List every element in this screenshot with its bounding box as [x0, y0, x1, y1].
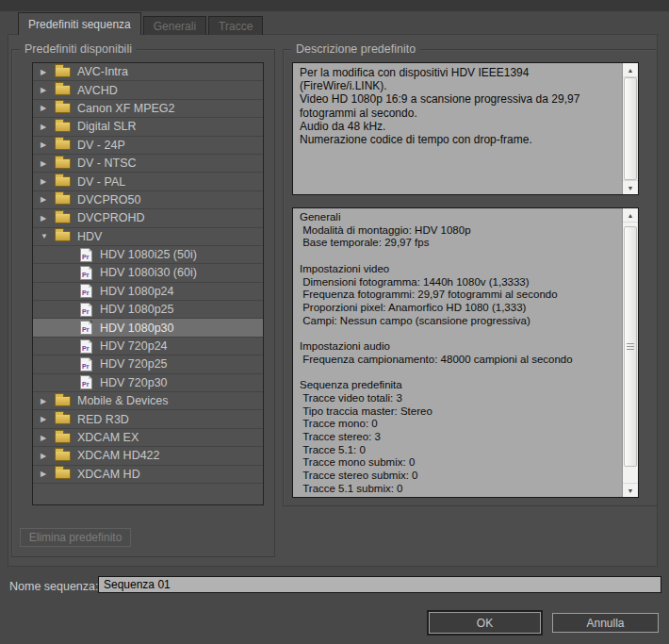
tab-tracce[interactable]: Tracce	[208, 16, 263, 35]
ok-button[interactable]: OK	[429, 612, 541, 634]
folder-icon	[55, 433, 71, 443]
tree-row[interactable]: PrHDV 720p30	[33, 374, 263, 392]
chevron-right-icon[interactable]: ▶	[41, 195, 55, 204]
scrollbar-down-icon[interactable]: ▼	[623, 483, 638, 497]
chevron-right-icon[interactable]: ▶	[41, 434, 55, 442]
tree-item-label: DV - PAL	[77, 175, 125, 189]
dialog-top-strip	[0, 0, 669, 11]
tree-row[interactable]: PrHDV 1080i25 (50i)	[33, 246, 263, 264]
tree-item-label: RED R3D	[77, 413, 129, 426]
tree-row[interactable]: ▶RED R3D	[33, 410, 263, 428]
tree-row[interactable]: ▶AVC-Intra	[33, 63, 263, 81]
tree-row[interactable]: PrHDV 1080p24	[33, 283, 263, 301]
scrollbar-up-icon[interactable]: ▲	[623, 208, 638, 223]
chevron-right-icon[interactable]: ▶	[41, 68, 55, 76]
tab-generali[interactable]: Generali	[143, 16, 206, 35]
chevron-right-icon[interactable]: ▶	[41, 452, 55, 460]
folder-icon	[55, 213, 71, 223]
tree-row[interactable]: ▶DV - 24P	[33, 137, 263, 155]
scrollbar-grip-icon	[627, 343, 634, 351]
scrollbar-thumb[interactable]	[624, 77, 637, 180]
tree-row[interactable]: ▶XDCAM HD422	[33, 447, 263, 465]
tree-row[interactable]: PrHDV 1080p30	[33, 319, 263, 337]
tab-bar: Predefiniti sequenza Generali Tracce	[18, 12, 263, 35]
pr-file-icon: Pr	[80, 284, 92, 298]
details-textbox: Generali Modalità di montaggio: HDV 1080…	[292, 207, 639, 498]
folder-icon	[55, 158, 71, 169]
chevron-down-icon[interactable]: ▼	[41, 232, 55, 240]
tree-item-label: HDV	[77, 230, 102, 243]
tree-row[interactable]: ▶DV - NTSC	[33, 155, 263, 173]
description-scrollbar[interactable]: ▲ ▼	[622, 63, 638, 194]
tree-row[interactable]: PrHDV 720p24	[33, 338, 263, 355]
tree-row[interactable]: PrHDV 720p25	[33, 355, 263, 373]
folder-icon	[55, 469, 71, 479]
chevron-right-icon[interactable]: ▶	[41, 415, 55, 423]
chevron-right-icon[interactable]: ▶	[41, 123, 55, 131]
folder-icon	[55, 194, 71, 205]
folder-icon	[55, 396, 71, 406]
tree-row[interactable]: ▶XDCAM EX	[33, 429, 263, 447]
tree-row[interactable]: ▶DVCPRO50	[33, 191, 263, 209]
tree-item-label: HDV 1080i25 (50i)	[100, 248, 197, 261]
cancel-button[interactable]: Annulla	[552, 613, 659, 633]
sequence-name-label: Nome sequenza:	[9, 580, 99, 593]
delete-preset-button[interactable]: Elimina predefinito	[20, 528, 131, 547]
tree-item-label: HDV 720p25	[100, 357, 168, 371]
tree-row[interactable]: ▶Mobile & Devices	[33, 392, 263, 410]
tree-item-label: XDCAM EX	[77, 431, 139, 444]
tree-item-label: HDV 1080p24	[100, 285, 174, 298]
tree-item-label: DVCPROHD	[77, 211, 145, 224]
pr-file-icon: Pr	[80, 321, 92, 335]
tree-item-label: HDV 1080p30	[100, 322, 174, 335]
folder-icon	[55, 451, 71, 461]
preset-tree[interactable]: ▶AVC-Intra▶AVCHD▶Canon XF MPEG2▶Digital …	[32, 62, 264, 505]
new-sequence-dialog: Predefiniti sequenza Generali Tracce Pre…	[0, 0, 669, 644]
tree-row[interactable]: ▶XDCAM HD	[33, 466, 263, 484]
tree-row[interactable]: ▼HDV	[33, 228, 263, 246]
chevron-right-icon[interactable]: ▶	[41, 177, 55, 186]
tree-item-label: HDV 1080p25	[100, 303, 174, 316]
tree-item-label: Mobile & Devices	[77, 394, 169, 407]
chevron-right-icon[interactable]: ▶	[41, 159, 55, 168]
sequence-name-input[interactable]	[98, 576, 661, 593]
tree-item-label: DV - 24P	[77, 139, 125, 152]
tree-row[interactable]: ▶AVCHD	[33, 81, 263, 99]
folder-icon	[55, 85, 71, 95]
chevron-right-icon[interactable]: ▶	[41, 140, 55, 149]
folder-icon	[55, 103, 71, 113]
scrollbar-down-icon[interactable]: ▼	[623, 180, 638, 194]
tree-item-label: XDCAM HD	[77, 468, 140, 481]
tree-item-label: XDCAM HD422	[77, 449, 160, 462]
tree-item-label: DV - NTSC	[77, 157, 137, 170]
tree-item-label: HDV 720p30	[100, 376, 168, 389]
chevron-right-icon[interactable]: ▶	[41, 214, 55, 223]
pr-file-icon: Pr	[80, 303, 92, 317]
tree-row[interactable]: ▶DV - PAL	[33, 173, 263, 190]
tree-row[interactable]: ▶Canon XF MPEG2	[33, 100, 263, 118]
tree-item-label: Canon XF MPEG2	[77, 102, 175, 115]
scrollbar-thumb[interactable]	[624, 226, 637, 467]
tree-item-label: Digital SLR	[77, 120, 137, 133]
details-text: Generali Modalità di montaggio: HDV 1080…	[293, 208, 622, 497]
folder-icon	[55, 414, 71, 424]
preset-description-title: Descrizione predefinito	[291, 42, 420, 56]
tree-row[interactable]: PrHDV 1080p25	[33, 301, 263, 319]
chevron-right-icon[interactable]: ▶	[41, 397, 55, 405]
chevron-right-icon[interactable]: ▶	[41, 470, 55, 478]
pr-file-icon: Pr	[80, 248, 92, 262]
scrollbar-up-icon[interactable]: ▲	[623, 63, 638, 77]
tree-item-label: HDV 720p24	[100, 339, 168, 353]
folder-icon	[55, 122, 71, 132]
tab-predefiniti-sequenza[interactable]: Predefiniti sequenza	[18, 12, 141, 35]
tree-row[interactable]: ▶DVCPROHD	[33, 209, 263, 227]
tree-row[interactable]: PrHDV 1080i30 (60i)	[33, 264, 263, 282]
tree-item-label: AVCHD	[77, 84, 118, 97]
chevron-right-icon[interactable]: ▶	[41, 104, 55, 112]
pr-file-icon: Pr	[80, 375, 92, 389]
details-scrollbar[interactable]: ▲ ▼	[622, 208, 638, 497]
pr-file-icon: Pr	[80, 357, 92, 372]
tree-row[interactable]: ▶Digital SLR	[33, 118, 263, 136]
description-textbox: Per la modifica con dispositivi HDV IEEE…	[292, 62, 639, 195]
chevron-right-icon[interactable]: ▶	[41, 86, 55, 94]
